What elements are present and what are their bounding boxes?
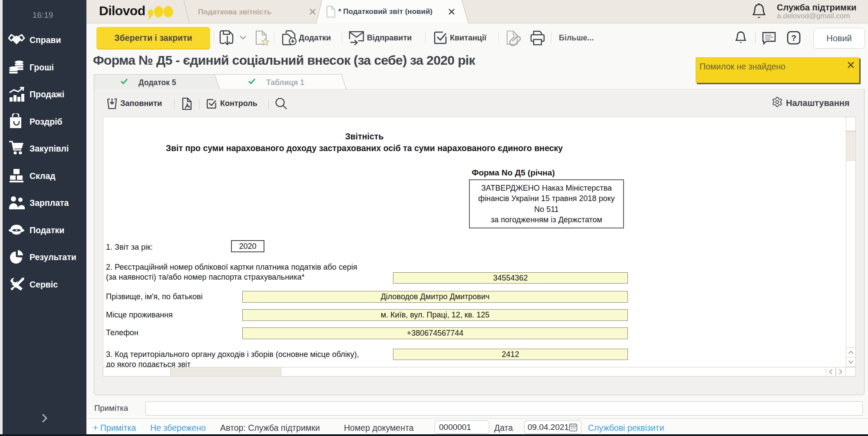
svg-text:?: ? — [791, 33, 796, 43]
